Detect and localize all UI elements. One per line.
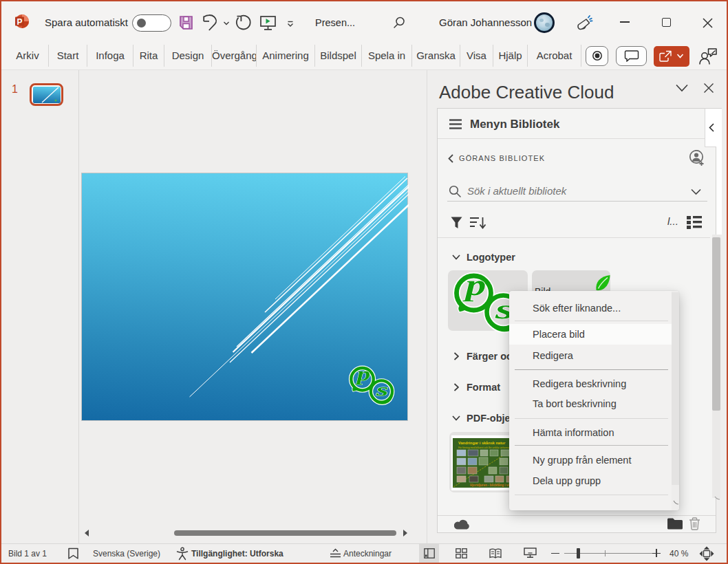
- svg-text:Vandringar i skånsk natur: Vandringar i skånsk natur: [458, 441, 506, 445]
- svg-text:Hjortdjuren - blickfång i vå: Hjortdjuren - blickfång i vå: [470, 483, 510, 487]
- svg-text:För företag med bilkonst och f: För företag med bilkonst och fler artikl…: [458, 446, 511, 449]
- svg-text:P: P: [17, 17, 22, 27]
